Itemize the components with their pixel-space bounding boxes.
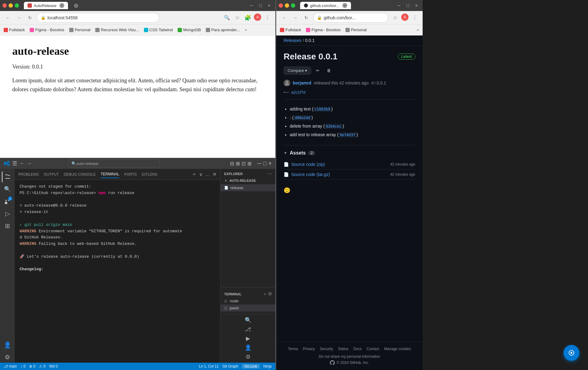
release-user[interactable]: borjamrd bbox=[293, 80, 311, 85]
nav-forward-vscode[interactable]: → bbox=[27, 161, 32, 166]
right-forward-btn[interactable]: → bbox=[291, 13, 300, 22]
bookmark-fullstack[interactable]: Fullstack bbox=[4, 28, 25, 32]
lint-count[interactable]: Wd 0 bbox=[49, 364, 58, 368]
github-bookmark-icon[interactable]: ☆ bbox=[391, 13, 399, 22]
search-sidebar-btn[interactable]: 🔍 bbox=[245, 317, 251, 323]
vscode-close-btn[interactable]: × bbox=[268, 160, 272, 167]
asset-targz-link[interactable]: Source code (tar.gz) bbox=[291, 172, 330, 177]
add-terminal-btn[interactable]: ＋ bbox=[263, 291, 267, 297]
profile-icon[interactable]: A bbox=[254, 13, 261, 21]
bookmark-para-aprender[interactable]: Para aprender... bbox=[206, 28, 240, 32]
settings-btn[interactable]: ⚙ bbox=[2, 352, 13, 363]
go-live-btn[interactable]: Go Live bbox=[242, 364, 259, 368]
git-graph-btn[interactable]: Git Graph bbox=[222, 364, 238, 368]
active-tab[interactable]: AutoRelease × bbox=[24, 2, 68, 9]
edit-btn[interactable]: ✏ bbox=[314, 67, 322, 74]
right-minimize-btn[interactable]: ─ bbox=[395, 3, 403, 8]
commit-link-3[interactable]: 62b4cec bbox=[325, 124, 343, 129]
win-close-btn[interactable] bbox=[2, 3, 7, 8]
footer-docs[interactable]: Docs bbox=[353, 347, 362, 351]
footer-security[interactable]: Security bbox=[320, 347, 333, 351]
floating-action-btn[interactable] bbox=[564, 345, 579, 361]
commit-link-4[interactable]: 9e74d3f bbox=[339, 133, 357, 137]
delete-btn[interactable]: 🗑 bbox=[324, 67, 333, 74]
assets-header[interactable]: ▼ Assets 2 bbox=[284, 150, 415, 156]
right-back-btn[interactable]: ← bbox=[280, 13, 288, 22]
footer-terms[interactable]: Terms bbox=[288, 347, 298, 351]
tab-ports[interactable]: PORTS bbox=[124, 171, 137, 178]
compare-btn[interactable]: Compare ▾ bbox=[284, 66, 311, 75]
footer-privacy[interactable]: Privacy bbox=[303, 347, 315, 351]
sync-status[interactable]: ↕ 0 bbox=[21, 364, 25, 368]
split-panel-btn[interactable]: ⊟ bbox=[268, 291, 272, 297]
errors-count[interactable]: ⊗ 0 bbox=[29, 364, 35, 368]
new-terminal-btn[interactable]: ＋ bbox=[192, 171, 197, 178]
commit-hash[interactable]: a2c1f7d bbox=[291, 90, 305, 95]
right-reload-btn[interactable]: ↻ bbox=[302, 13, 311, 22]
back-btn[interactable]: ← bbox=[4, 13, 12, 22]
grid-layout-icon[interactable]: ⊞ bbox=[247, 161, 251, 166]
commit-link-1[interactable]: c1883b9 bbox=[313, 107, 331, 112]
github-tab-close[interactable]: × bbox=[342, 3, 347, 8]
github-tab[interactable]: github.com/bor... × bbox=[300, 2, 351, 9]
footer-personal-info[interactable]: Do not share my personal information bbox=[319, 354, 380, 359]
explorer-folder[interactable]: ▼ AUTO-RELEASE bbox=[224, 179, 256, 182]
more-menu-btn[interactable]: ⋮ bbox=[263, 13, 272, 22]
panel-layout-icon[interactable]: ⊡ bbox=[242, 161, 246, 166]
explorer-file-item[interactable]: 📄 release bbox=[221, 184, 275, 191]
account-btn[interactable]: 👤 bbox=[2, 339, 13, 350]
forward-btn[interactable]: → bbox=[15, 13, 23, 22]
run-btn[interactable]: ▶ bbox=[246, 335, 250, 342]
tab-close-btn[interactable]: × bbox=[59, 3, 64, 8]
bookmark-icon[interactable]: ☆ bbox=[233, 13, 242, 22]
win-max-btn[interactable] bbox=[15, 3, 19, 8]
vscode-minimize-btn[interactable]: ─ bbox=[258, 160, 262, 167]
right-bookmark-fullstack[interactable]: Fullstack bbox=[280, 28, 301, 32]
bookmark-mongodb[interactable]: MongoDB bbox=[178, 28, 201, 32]
commit-link-2[interactable]: d08a14d bbox=[293, 115, 311, 120]
asset-zip-link[interactable]: Source code (zip) bbox=[291, 162, 325, 167]
git-branch[interactable]: ⎇ main bbox=[4, 364, 17, 368]
right-win-min[interactable] bbox=[285, 3, 289, 8]
tab-problems[interactable]: PROBLEMS bbox=[18, 171, 39, 178]
hamburger-icon[interactable]: ☰ bbox=[12, 160, 17, 167]
github-address-bar[interactable]: 🔒 github.com/bor... bbox=[313, 13, 388, 23]
bookmark-recursos[interactable]: Recursos Web Visu... bbox=[95, 28, 139, 32]
bookmark-tailwind[interactable]: CSS Tailwind bbox=[144, 28, 173, 32]
footer-status[interactable]: Status bbox=[338, 347, 349, 351]
settings-gear-btn[interactable]: ⚙ bbox=[246, 353, 251, 360]
win-min-btn[interactable] bbox=[9, 3, 13, 8]
bookmark-figma[interactable]: Figma - Bocetos bbox=[30, 28, 64, 32]
reload-btn[interactable]: ↻ bbox=[26, 13, 34, 22]
search-icon[interactable]: 🔍 bbox=[223, 13, 231, 22]
right-restore-btn[interactable]: □ bbox=[404, 3, 411, 8]
right-win-max[interactable] bbox=[291, 3, 295, 8]
new-tab-btn[interactable]: ⊕ bbox=[72, 1, 80, 10]
tab-debug-console[interactable]: DEBUG CONSOLE bbox=[64, 171, 96, 178]
right-win-close[interactable] bbox=[279, 3, 283, 8]
branches-btn[interactable]: ⎇ bbox=[245, 326, 251, 333]
ninja-btn[interactable]: Ninja bbox=[263, 364, 272, 368]
right-close-btn[interactable]: × bbox=[413, 3, 420, 8]
terminal-more-btn[interactable]: … bbox=[205, 172, 210, 177]
vscode-restore-btn[interactable]: □ bbox=[263, 160, 267, 167]
split-editor-icon[interactable]: ⊟ bbox=[230, 161, 234, 166]
bookmark-personal[interactable]: Personal bbox=[69, 28, 90, 32]
vscode-search-bar[interactable]: 🔍 auto-release bbox=[68, 159, 160, 167]
tab-terminal[interactable]: TERMINAL bbox=[101, 171, 119, 178]
warnings-count[interactable]: ⚠ 0 bbox=[39, 364, 45, 368]
split-terminal-btn[interactable]: ∨ bbox=[199, 171, 203, 177]
github-more-btn[interactable]: ⋮ bbox=[410, 13, 419, 22]
right-bookmarks-more[interactable]: » bbox=[417, 28, 419, 32]
right-bookmark-figma[interactable]: Figma - Bocetos bbox=[306, 28, 341, 32]
terminal-pwsh[interactable]: ⊡ pwsh bbox=[221, 305, 275, 312]
cursor-position[interactable]: Ln 1, Col 11 bbox=[199, 364, 219, 368]
source-control-btn[interactable]: 1 bbox=[2, 196, 13, 207]
close-panel-btn[interactable]: ✕ bbox=[213, 171, 217, 177]
terminal-node[interactable]: ⊡ node bbox=[221, 297, 275, 305]
extensions-icon[interactable]: 🧩 bbox=[243, 13, 252, 22]
address-bar[interactable]: 🔒 localhost:54558 bbox=[37, 13, 159, 23]
run-debug-btn[interactable]: ▷ bbox=[2, 208, 13, 219]
footer-contact[interactable]: Contact bbox=[367, 347, 379, 351]
explorer-btn[interactable] bbox=[2, 171, 13, 182]
